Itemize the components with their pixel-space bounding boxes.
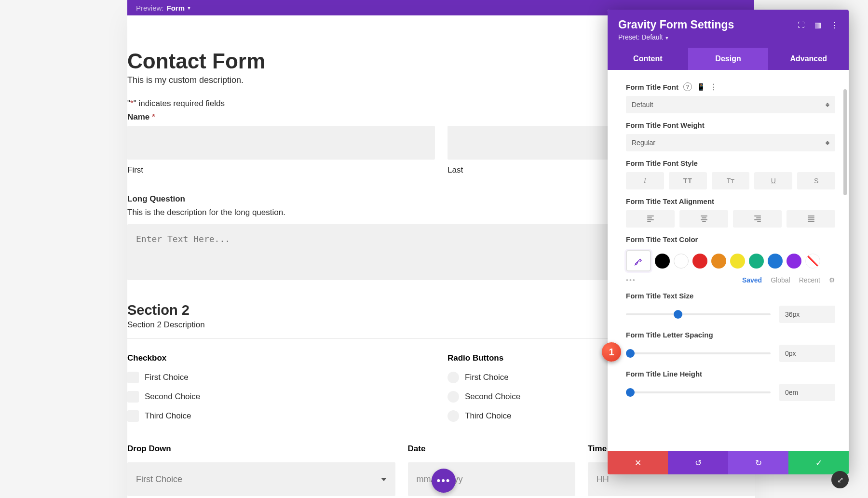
- color-swatch-green[interactable]: [749, 254, 764, 269]
- radio-icon[interactable]: [448, 391, 459, 403]
- preview-label: Preview:: [136, 4, 164, 12]
- align-left-toggle[interactable]: [626, 210, 675, 228]
- color-swatch-white[interactable]: [674, 254, 689, 269]
- color-label: Form Title Text Color: [626, 235, 698, 243]
- radio-icon[interactable]: [448, 372, 459, 383]
- spacing-slider[interactable]: [626, 349, 771, 358]
- checkbox-label: Checkbox: [127, 353, 435, 363]
- align-left-icon: [647, 215, 654, 222]
- lineheight-value[interactable]: 0em: [779, 384, 835, 401]
- kebab-icon[interactable]: ⋮: [831, 21, 838, 29]
- kebab-icon[interactable]: ⋮: [710, 82, 716, 91]
- smallcaps-toggle[interactable]: Tᴛ: [712, 172, 750, 189]
- color-swatch-blue[interactable]: [768, 254, 783, 269]
- select-caret-icon: [826, 103, 829, 107]
- slider-thumb[interactable]: [674, 310, 682, 319]
- strike-toggle[interactable]: S: [797, 172, 835, 189]
- color-swatch-none[interactable]: [805, 254, 820, 269]
- preview-value[interactable]: Form: [167, 4, 185, 12]
- slider-thumb[interactable]: [626, 349, 635, 358]
- chevron-down-icon: ▼: [665, 36, 669, 40]
- palette-tab-global[interactable]: Global: [771, 276, 790, 284]
- color-swatch-yellow[interactable]: [730, 254, 745, 269]
- undo-icon: ↺: [695, 458, 702, 468]
- mobile-icon[interactable]: 📱: [697, 83, 705, 91]
- panel-title: Gravity Form Settings: [618, 18, 734, 31]
- lineheight-label: Form Title Line Height: [626, 370, 702, 378]
- underline-toggle[interactable]: U: [754, 172, 792, 189]
- tab-content[interactable]: Content: [608, 48, 688, 70]
- radio-icon[interactable]: [448, 410, 459, 422]
- gear-icon[interactable]: ⚙: [829, 276, 835, 284]
- palette-tab-recent[interactable]: Recent: [799, 276, 820, 284]
- select-caret-icon: [826, 141, 829, 145]
- checkbox-option[interactable]: Third Choice: [127, 410, 435, 422]
- panel-body: Form Title Font ? 📱 ⋮ Default Form Title…: [608, 70, 849, 451]
- chevron-down-icon[interactable]: ▼: [187, 5, 191, 11]
- chevron-down-icon: [381, 478, 387, 481]
- weight-label: Form Title Font Weight: [626, 121, 705, 129]
- size-slider[interactable]: [626, 310, 771, 319]
- eyedropper-button[interactable]: [626, 250, 651, 271]
- first-name-sublabel: First: [127, 165, 435, 175]
- color-swatch-orange[interactable]: [711, 254, 726, 269]
- align-right-toggle[interactable]: [733, 210, 782, 228]
- align-label: Form Title Text Alignment: [626, 197, 714, 205]
- tab-advanced[interactable]: Advanced: [768, 48, 849, 70]
- scrollbar-thumb[interactable]: [843, 89, 847, 195]
- dropdown-select[interactable]: First Choice: [127, 462, 395, 496]
- spacing-value[interactable]: 0px: [779, 345, 835, 362]
- tab-design[interactable]: Design: [688, 48, 769, 70]
- italic-toggle[interactable]: I: [626, 172, 664, 189]
- columns-icon[interactable]: ▥: [814, 21, 821, 29]
- checkbox-icon[interactable]: [127, 410, 139, 422]
- settings-panel: Gravity Form Settings ⛶ ▥ ⋮ Preset: Defa…: [608, 10, 849, 474]
- checkbox-option[interactable]: Second Choice: [127, 391, 435, 403]
- close-button[interactable]: ✕: [608, 451, 668, 474]
- undo-button[interactable]: ↺: [668, 451, 728, 474]
- slider-thumb[interactable]: [626, 388, 635, 397]
- eyedropper-icon: [634, 256, 643, 266]
- font-select[interactable]: Default: [626, 96, 835, 113]
- font-label: Form Title Font: [626, 83, 678, 91]
- more-colors-icon[interactable]: •••: [626, 276, 636, 284]
- align-justify-toggle[interactable]: [787, 210, 835, 228]
- panel-footer: ✕ ↺ ↻ ✓: [608, 451, 849, 474]
- date-label: Date: [408, 444, 575, 454]
- first-name-input[interactable]: [127, 126, 435, 160]
- check-icon: ✓: [815, 458, 822, 468]
- align-justify-icon: [808, 215, 814, 222]
- style-label: Form Title Font Style: [626, 159, 698, 167]
- expand-corner-fab[interactable]: ⤢: [831, 471, 849, 488]
- preset-selector[interactable]: Preset: Default ▼: [618, 33, 838, 41]
- color-swatch-red[interactable]: [692, 254, 707, 269]
- checkbox-option[interactable]: First Choice: [127, 372, 435, 383]
- step-badge: 1: [602, 342, 621, 362]
- checkbox-icon[interactable]: [127, 372, 139, 383]
- align-right-icon: [754, 215, 761, 222]
- dropdown-label: Drop Down: [127, 444, 395, 454]
- redo-button[interactable]: ↻: [728, 451, 788, 474]
- panel-tabs: Content Design Advanced: [608, 48, 849, 70]
- help-icon[interactable]: ?: [683, 82, 692, 91]
- spacing-label: Form Title Letter Spacing: [626, 331, 713, 339]
- close-icon: ✕: [635, 458, 641, 468]
- redo-icon: ↻: [755, 458, 762, 468]
- palette-tab-saved[interactable]: Saved: [742, 276, 762, 284]
- color-swatch-black[interactable]: [655, 254, 670, 269]
- align-center-icon: [701, 215, 707, 222]
- weight-select[interactable]: Regular: [626, 134, 835, 151]
- uppercase-toggle[interactable]: TT: [669, 172, 707, 189]
- size-value[interactable]: 36px: [779, 306, 835, 323]
- more-fab[interactable]: •••: [432, 469, 456, 493]
- panel-header: Gravity Form Settings ⛶ ▥ ⋮ Preset: Defa…: [608, 10, 849, 48]
- align-center-toggle[interactable]: [679, 210, 728, 228]
- expand-icon[interactable]: ⛶: [798, 21, 805, 29]
- color-swatch-purple[interactable]: [787, 254, 801, 269]
- size-label: Form Title Text Size: [626, 292, 693, 300]
- lineheight-slider[interactable]: [626, 388, 771, 397]
- checkbox-icon[interactable]: [127, 391, 139, 403]
